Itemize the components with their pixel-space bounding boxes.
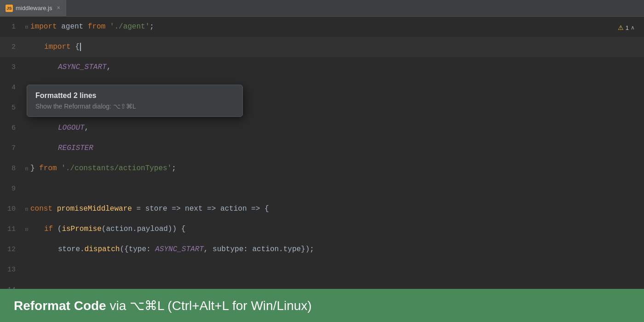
editor-area: ⚠ 1 ∧ 1 ⊟ import agent from './agent'; 2… [0,17,644,322]
tooltip-subtitle: Show the Reformat dialog: ⌥⇧⌘L [35,103,234,110]
code-line-11: 11 ⊡ if (isPromise(action.payload)) { [0,219,644,239]
code-line-2: 2 import { [0,37,644,57]
code-content-1: import agent from './agent'; [30,17,154,37]
warning-badge[interactable]: ⚠ 1 ∧ [618,24,635,31]
line-number-10: 10 [0,205,23,213]
fold-icon-8[interactable]: ⊟ [23,166,30,172]
file-tab[interactable]: JS middleware.js × [0,0,66,16]
tab-bar: JS middleware.js × [0,0,644,17]
warning-count: 1 [626,24,629,31]
code-content-3: ASYNC_START, [30,57,111,77]
code-line-1: 1 ⊟ import agent from './agent'; [0,17,644,37]
fold-icon-1[interactable]: ⊟ [23,24,30,30]
code-content-6: LOGOUT, [30,118,89,138]
code-line-9: 9 [0,178,644,199]
code-content-12: store.dispatch({type: ASYNC_START, subty… [30,239,314,259]
banner-bold-text: Reformat Code [14,299,106,313]
tab-filename: middleware.js [16,5,52,12]
code-line-8: 8 ⊟ } from './constants/actionTypes'; [0,158,644,178]
close-tab-button[interactable]: × [57,5,60,12]
fold-icon-10[interactable]: ⊟ [23,206,30,212]
line-number-11: 11 [0,225,23,233]
code-line-6: 6 LOGOUT, [0,118,644,138]
warning-icon: ⚠ [618,24,624,31]
line-number-8: 8 [0,165,23,172]
code-line-13: 13 [0,259,644,280]
line-number-5: 5 [0,104,23,112]
fold-icon-11[interactable]: ⊡ [23,226,30,232]
reformat-banner: Reformat Code via ⌥⌘L (Ctrl+Alt+L for Wi… [0,289,644,322]
tooltip-title: Formatted 2 lines [35,92,234,100]
line-number-7: 7 [0,144,23,152]
line-number-1: 1 [0,23,23,31]
code-content-2: import { [30,37,81,57]
line-number-3: 3 [0,63,23,71]
js-file-icon: JS [6,5,13,12]
line-number-6: 6 [0,124,23,132]
code-content-10: const promiseMiddleware = store => next … [30,199,269,219]
code-line-12: 12 store.dispatch({type: ASYNC_START, su… [0,239,644,259]
code-content-11: if (isPromise(action.payload)) { [30,219,185,239]
line-number-12: 12 [0,246,23,253]
line-number-13: 13 [0,266,23,274]
code-area: 1 ⊟ import agent from './agent'; 2 impor… [0,17,644,322]
code-content-7: REGISTER [30,138,93,158]
chevron-up-icon[interactable]: ∧ [631,24,635,31]
line-number-4: 4 [0,84,23,92]
code-content-8: } from './constants/actionTypes'; [30,158,176,178]
banner-rest-text: via ⌥⌘L (Ctrl+Alt+L for Win/Linux) [106,299,312,313]
line-number-9: 9 [0,185,23,193]
code-line-10: 10 ⊟ const promiseMiddleware = store => … [0,199,644,219]
banner-text: Reformat Code via ⌥⌘L (Ctrl+Alt+L for Wi… [14,298,312,313]
reformat-tooltip: Formatted 2 lines Show the Reformat dial… [27,85,243,117]
line-number-2: 2 [0,43,23,51]
code-line-7: 7 REGISTER [0,138,644,158]
code-line-3: 3 ASYNC_START, [0,57,644,77]
